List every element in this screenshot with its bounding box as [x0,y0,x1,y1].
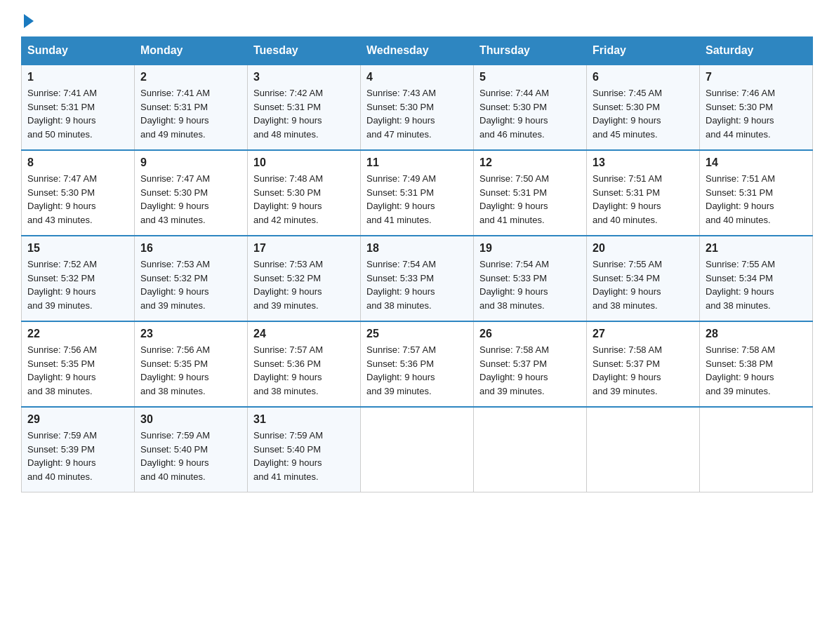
calendar-week-row: 1 Sunrise: 7:41 AM Sunset: 5:31 PM Dayli… [22,65,813,150]
sunset-label: Sunset: 5:32 PM [27,273,95,283]
day-number: 17 [253,242,355,255]
sunrise-label: Sunrise: 7:47 AM [140,173,210,184]
calendar-cell: 23 Sunrise: 7:56 AM Sunset: 5:35 PM Dayl… [135,321,248,407]
day-info: Sunrise: 7:59 AM Sunset: 5:39 PM Dayligh… [27,429,128,483]
calendar-cell: 13 Sunrise: 7:51 AM Sunset: 5:31 PM Dayl… [587,150,700,236]
calendar-cell: 31 Sunrise: 7:59 AM Sunset: 5:40 PM Dayl… [248,407,361,492]
daylight-label: Daylight: 9 hoursand 38 minutes. [27,372,96,396]
day-info: Sunrise: 7:44 AM Sunset: 5:30 PM Dayligh… [479,86,581,141]
sunset-label: Sunset: 5:37 PM [593,358,660,369]
sunrise-label: Sunrise: 7:41 AM [140,88,210,98]
weekday-header-row: SundayMondayTuesdayWednesdayThursdayFrid… [22,37,813,65]
sunset-label: Sunset: 5:30 PM [593,102,660,112]
logo-arrow-icon [24,14,34,28]
daylight-label: Daylight: 9 hoursand 40 minutes. [27,457,96,482]
calendar-cell: 11 Sunrise: 7:49 AM Sunset: 5:31 PM Dayl… [361,150,474,236]
sunrise-label: Sunrise: 7:52 AM [27,259,97,269]
daylight-label: Daylight: 9 hoursand 44 minutes. [706,115,774,140]
day-info: Sunrise: 7:57 AM Sunset: 5:36 PM Dayligh… [366,343,468,398]
daylight-label: Daylight: 9 hoursand 47 minutes. [366,115,435,140]
day-number: 3 [253,71,355,83]
sunrise-label: Sunrise: 7:47 AM [27,173,97,184]
sunrise-label: Sunrise: 7:48 AM [253,173,323,184]
calendar-table: SundayMondayTuesdayWednesdayThursdayFrid… [21,36,813,492]
day-number: 13 [593,156,694,169]
sunset-label: Sunset: 5:30 PM [253,187,321,198]
sunset-label: Sunset: 5:31 PM [479,187,547,198]
weekday-header-saturday: Saturday [700,37,813,65]
day-info: Sunrise: 7:59 AM Sunset: 5:40 PM Dayligh… [140,429,241,483]
sunset-label: Sunset: 5:35 PM [140,358,208,369]
calendar-cell: 4 Sunrise: 7:43 AM Sunset: 5:30 PM Dayli… [361,65,474,150]
logo [21,14,34,22]
sunrise-label: Sunrise: 7:55 AM [593,259,662,269]
day-info: Sunrise: 7:53 AM Sunset: 5:32 PM Dayligh… [140,257,241,312]
calendar-cell [587,407,700,492]
sunrise-label: Sunrise: 7:44 AM [479,88,549,98]
daylight-label: Daylight: 9 hoursand 38 minutes. [140,372,209,396]
day-number: 28 [706,328,807,340]
day-info: Sunrise: 7:41 AM Sunset: 5:31 PM Dayligh… [27,86,128,141]
day-number: 18 [366,242,468,255]
daylight-label: Daylight: 9 hoursand 38 minutes. [593,286,661,311]
sunset-label: Sunset: 5:36 PM [253,358,321,369]
daylight-label: Daylight: 9 hoursand 38 minutes. [479,286,548,311]
calendar-cell: 16 Sunrise: 7:53 AM Sunset: 5:32 PM Dayl… [135,236,248,321]
day-number: 1 [27,71,128,83]
daylight-label: Daylight: 9 hoursand 39 minutes. [140,286,209,311]
day-number: 9 [140,156,241,169]
sunset-label: Sunset: 5:30 PM [140,187,208,198]
calendar-cell: 27 Sunrise: 7:58 AM Sunset: 5:37 PM Dayl… [587,321,700,407]
sunset-label: Sunset: 5:32 PM [140,273,208,283]
day-number: 10 [253,156,355,169]
sunset-label: Sunset: 5:31 PM [366,187,434,198]
sunset-label: Sunset: 5:30 PM [706,102,773,112]
sunset-label: Sunset: 5:34 PM [593,273,660,283]
daylight-label: Daylight: 9 hoursand 39 minutes. [253,286,322,311]
day-number: 6 [593,71,694,83]
sunrise-label: Sunrise: 7:45 AM [593,88,662,98]
calendar-cell: 3 Sunrise: 7:42 AM Sunset: 5:31 PM Dayli… [248,65,361,150]
calendar-cell: 20 Sunrise: 7:55 AM Sunset: 5:34 PM Dayl… [587,236,700,321]
calendar-cell: 28 Sunrise: 7:58 AM Sunset: 5:38 PM Dayl… [700,321,813,407]
daylight-label: Daylight: 9 hoursand 40 minutes. [593,201,661,225]
sunrise-label: Sunrise: 7:49 AM [366,173,436,184]
calendar-cell: 7 Sunrise: 7:46 AM Sunset: 5:30 PM Dayli… [700,65,813,150]
sunset-label: Sunset: 5:36 PM [366,358,434,369]
weekday-header-thursday: Thursday [474,37,587,65]
day-info: Sunrise: 7:47 AM Sunset: 5:30 PM Dayligh… [140,172,241,227]
calendar-week-row: 22 Sunrise: 7:56 AM Sunset: 5:35 PM Dayl… [22,321,813,407]
weekday-header-sunday: Sunday [22,37,135,65]
day-info: Sunrise: 7:55 AM Sunset: 5:34 PM Dayligh… [593,257,694,312]
calendar-cell: 15 Sunrise: 7:52 AM Sunset: 5:32 PM Dayl… [22,236,135,321]
sunrise-label: Sunrise: 7:41 AM [27,88,97,98]
daylight-label: Daylight: 9 hoursand 40 minutes. [140,457,209,482]
sunrise-label: Sunrise: 7:58 AM [479,344,549,355]
sunrise-label: Sunrise: 7:51 AM [706,173,775,184]
sunset-label: Sunset: 5:31 PM [593,187,660,198]
sunset-label: Sunset: 5:40 PM [253,444,321,455]
calendar-cell: 19 Sunrise: 7:54 AM Sunset: 5:33 PM Dayl… [474,236,587,321]
daylight-label: Daylight: 9 hoursand 43 minutes. [140,201,209,225]
day-number: 20 [593,242,694,255]
day-info: Sunrise: 7:50 AM Sunset: 5:31 PM Dayligh… [479,172,581,227]
day-info: Sunrise: 7:46 AM Sunset: 5:30 PM Dayligh… [706,86,807,141]
day-number: 29 [27,413,128,426]
sunset-label: Sunset: 5:34 PM [706,273,773,283]
day-info: Sunrise: 7:54 AM Sunset: 5:33 PM Dayligh… [366,257,468,312]
day-info: Sunrise: 7:52 AM Sunset: 5:32 PM Dayligh… [27,257,128,312]
sunset-label: Sunset: 5:32 PM [253,273,321,283]
day-info: Sunrise: 7:55 AM Sunset: 5:34 PM Dayligh… [706,257,807,312]
day-info: Sunrise: 7:51 AM Sunset: 5:31 PM Dayligh… [593,172,694,227]
day-number: 11 [366,156,468,169]
sunset-label: Sunset: 5:33 PM [366,273,434,283]
sunset-label: Sunset: 5:37 PM [479,358,547,369]
day-info: Sunrise: 7:41 AM Sunset: 5:31 PM Dayligh… [140,86,241,141]
calendar-cell: 1 Sunrise: 7:41 AM Sunset: 5:31 PM Dayli… [22,65,135,150]
sunrise-label: Sunrise: 7:55 AM [706,259,775,269]
day-info: Sunrise: 7:58 AM Sunset: 5:37 PM Dayligh… [593,343,694,398]
daylight-label: Daylight: 9 hoursand 39 minutes. [366,372,435,396]
sunset-label: Sunset: 5:30 PM [366,102,434,112]
daylight-label: Daylight: 9 hoursand 45 minutes. [593,115,661,140]
day-info: Sunrise: 7:58 AM Sunset: 5:37 PM Dayligh… [479,343,581,398]
